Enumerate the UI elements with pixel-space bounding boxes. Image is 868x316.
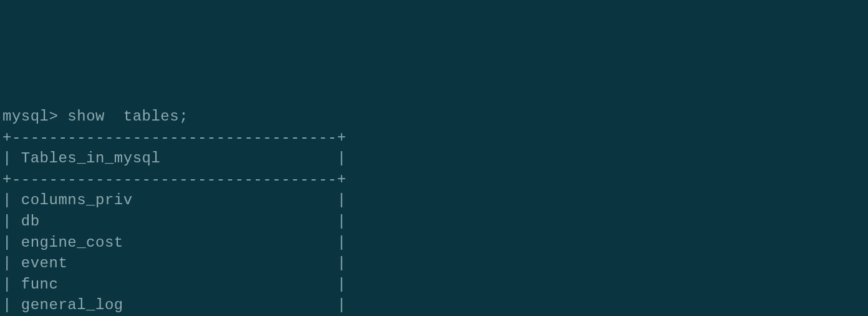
prompt-line: mysql> show tables;: [2, 108, 188, 125]
table-border-top: +-----------------------------------+: [2, 129, 346, 146]
table-row: | db |: [2, 213, 346, 230]
table-row: | engine_cost |: [2, 234, 346, 251]
table-row: | general_log |: [2, 297, 346, 314]
table-row: | columns_priv |: [2, 192, 346, 209]
terminal-output[interactable]: mysql> show tables; +-------------------…: [0, 84, 868, 316]
mysql-prompt: mysql>: [2, 108, 67, 125]
table-border-mid: +-----------------------------------+: [2, 171, 346, 188]
sql-command: show tables;: [67, 108, 188, 125]
table-row: | func |: [2, 276, 346, 293]
table-header: | Tables_in_mysql |: [2, 150, 346, 167]
table-row: | event |: [2, 255, 346, 272]
